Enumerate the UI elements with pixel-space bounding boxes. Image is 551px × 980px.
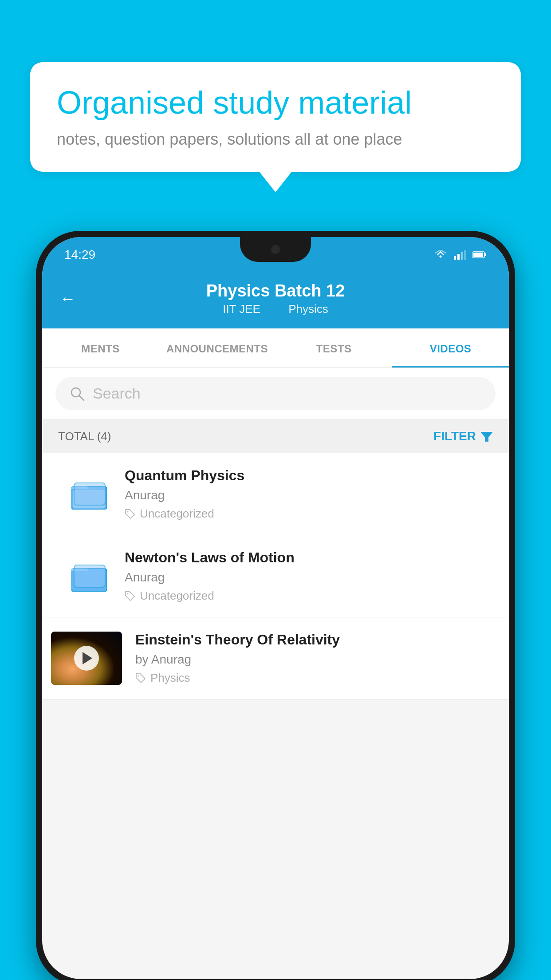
header-subtitle-left: IIT JEE bbox=[223, 302, 260, 316]
tag-icon bbox=[125, 591, 135, 601]
svg-rect-1 bbox=[457, 254, 460, 260]
header-title-group: Physics Batch 12 IIT JEE Physics bbox=[206, 281, 345, 316]
svg-rect-0 bbox=[454, 256, 456, 260]
video-author: Anurag bbox=[125, 570, 493, 585]
camera bbox=[271, 245, 280, 254]
search-container: Search bbox=[42, 368, 509, 419]
list-item[interactable]: Quantum Physics Anurag Uncategorized bbox=[42, 453, 509, 535]
svg-marker-9 bbox=[480, 432, 493, 442]
svg-rect-5 bbox=[484, 253, 486, 256]
search-icon bbox=[70, 386, 85, 401]
battery-icon bbox=[472, 251, 487, 259]
header-title: Physics Batch 12 bbox=[206, 281, 345, 300]
play-circle bbox=[74, 646, 99, 671]
speech-bubble: Organised study material notes, question… bbox=[30, 62, 521, 172]
tag-icon bbox=[135, 673, 146, 684]
tab-announcements[interactable]: ANNOUNCEMENTS bbox=[159, 328, 276, 368]
play-triangle bbox=[83, 652, 92, 664]
folder-icon-container bbox=[67, 554, 111, 598]
filter-icon bbox=[480, 430, 493, 443]
svg-point-20 bbox=[127, 593, 129, 594]
search-placeholder: Search bbox=[93, 385, 141, 402]
video-title: Quantum Physics bbox=[125, 467, 493, 484]
header-subtitle: IIT JEE Physics bbox=[206, 302, 345, 316]
tabs-bar: MENTS ANNOUNCEMENTS TESTS VIDEOS bbox=[42, 328, 509, 368]
svg-rect-2 bbox=[461, 252, 463, 260]
status-icons bbox=[433, 250, 487, 260]
folder-icon-container bbox=[67, 472, 111, 516]
svg-line-8 bbox=[79, 395, 84, 400]
video-list: Quantum Physics Anurag Uncategorized bbox=[42, 453, 509, 699]
tab-ments[interactable]: MENTS bbox=[42, 328, 159, 368]
phone-frame: 14:29 bbox=[36, 231, 515, 980]
video-title: Newton's Laws of Motion bbox=[125, 549, 493, 566]
wifi-icon bbox=[433, 250, 448, 260]
speech-bubble-container: Organised study material notes, question… bbox=[30, 62, 521, 172]
list-item[interactable]: Einstein's Theory Of Relativity by Anura… bbox=[42, 617, 509, 699]
filter-bar: TOTAL (4) FILTER bbox=[42, 419, 509, 453]
video-tag: Uncategorized bbox=[125, 507, 493, 521]
phone-screen: 14:29 bbox=[42, 237, 509, 979]
status-bar: 14:29 bbox=[42, 237, 509, 273]
svg-point-15 bbox=[127, 511, 129, 512]
video-info: Einstein's Theory Of Relativity by Anura… bbox=[135, 632, 493, 685]
svg-rect-13 bbox=[74, 483, 105, 505]
svg-point-21 bbox=[138, 675, 139, 676]
tab-videos[interactable]: VIDEOS bbox=[392, 328, 509, 368]
tab-tests[interactable]: TESTS bbox=[276, 328, 392, 368]
filter-button[interactable]: FILTER bbox=[433, 429, 493, 443]
folder-icon bbox=[71, 478, 107, 510]
svg-rect-18 bbox=[74, 565, 105, 587]
svg-rect-6 bbox=[473, 253, 483, 257]
search-bar[interactable]: Search bbox=[55, 377, 496, 410]
notch bbox=[240, 237, 311, 262]
video-author: Anurag bbox=[125, 488, 493, 502]
header-subtitle-right: Physics bbox=[288, 302, 328, 316]
video-title: Einstein's Theory Of Relativity bbox=[135, 632, 493, 648]
total-count-label: TOTAL (4) bbox=[58, 430, 111, 443]
video-thumbnail bbox=[51, 632, 122, 685]
video-info: Quantum Physics Anurag Uncategorized bbox=[125, 467, 493, 521]
bubble-subtitle: notes, question papers, solutions all at… bbox=[57, 130, 494, 149]
svg-rect-3 bbox=[464, 250, 466, 260]
video-tag: Physics bbox=[135, 671, 493, 685]
play-button-overlay[interactable] bbox=[51, 632, 122, 685]
signal-icon bbox=[454, 250, 466, 260]
video-author: by Anurag bbox=[135, 652, 493, 667]
status-time: 14:29 bbox=[64, 248, 95, 262]
back-button[interactable]: ← bbox=[60, 289, 76, 308]
video-tag: Uncategorized bbox=[125, 589, 493, 603]
list-item[interactable]: Newton's Laws of Motion Anurag Uncategor… bbox=[42, 535, 509, 617]
tag-icon bbox=[125, 509, 135, 519]
video-info: Newton's Laws of Motion Anurag Uncategor… bbox=[125, 549, 493, 603]
app-header: ← Physics Batch 12 IIT JEE Physics bbox=[42, 273, 509, 328]
bubble-title: Organised study material bbox=[57, 85, 494, 120]
folder-icon bbox=[71, 561, 107, 592]
